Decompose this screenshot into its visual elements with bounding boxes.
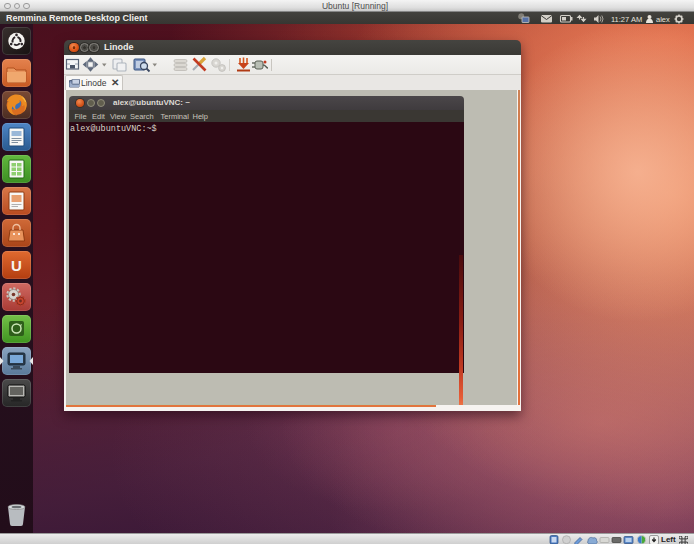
svg-text:U: U [11, 257, 22, 274]
